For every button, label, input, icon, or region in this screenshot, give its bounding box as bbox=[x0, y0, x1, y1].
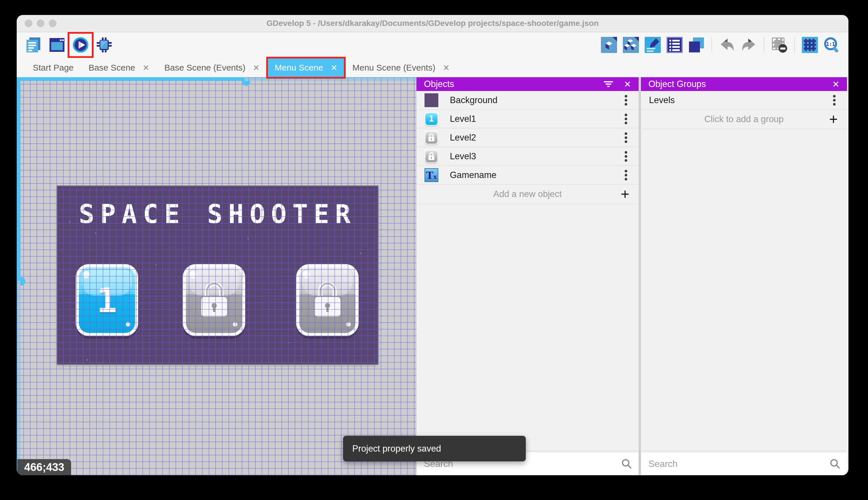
search-icon bbox=[621, 458, 632, 469]
group-menu-icon[interactable] bbox=[832, 94, 837, 106]
object-menu-icon[interactable] bbox=[624, 169, 628, 181]
button-highlight bbox=[346, 322, 351, 327]
selection-mask-icon bbox=[771, 37, 787, 53]
level3-button-sprite[interactable] bbox=[296, 264, 359, 336]
undo-button[interactable] bbox=[719, 37, 735, 53]
groups-search-input[interactable] bbox=[648, 458, 830, 469]
tab-close-icon[interactable]: ✕ bbox=[143, 63, 149, 72]
grid-icon bbox=[802, 37, 818, 53]
vertical-scrollbar[interactable] bbox=[17, 81, 21, 281]
background-thumbnail bbox=[424, 93, 438, 107]
objects-panel-button[interactable] bbox=[601, 37, 617, 53]
add-object-label: Add a new object bbox=[493, 189, 562, 199]
tab-label: Menu Scene (Events) bbox=[352, 63, 435, 72]
add-object-row[interactable]: Add a new object + bbox=[417, 185, 638, 204]
object-row-gamename[interactable]: Tx Gamename bbox=[417, 166, 638, 185]
tab-base-scene[interactable]: Base Scene ✕ bbox=[81, 58, 157, 78]
object-row-level1[interactable]: 1 Level1 bbox=[417, 110, 638, 128]
groups-panel-title: Object Groups bbox=[648, 79, 706, 89]
debug-icon bbox=[96, 37, 112, 53]
tab-close-icon[interactable]: ✕ bbox=[443, 63, 449, 72]
vertical-scrollbar-track[interactable] bbox=[17, 281, 21, 475]
text-object-thumbnail: Tx bbox=[424, 168, 438, 182]
object-menu-icon[interactable] bbox=[624, 131, 628, 144]
layers-icon bbox=[689, 37, 705, 53]
level2-button-sprite[interactable] bbox=[183, 264, 245, 336]
objects-icon bbox=[601, 37, 617, 53]
toolbar: 1:1 bbox=[17, 32, 848, 58]
game-scene-preview[interactable]: SPACE SHOOTER 1 bbox=[58, 186, 378, 364]
instances-list-icon bbox=[667, 37, 683, 53]
group-row-levels[interactable]: Levels bbox=[641, 91, 847, 110]
tab-close-icon[interactable]: ✕ bbox=[253, 63, 260, 72]
object-name: Gamename bbox=[450, 170, 496, 180]
horizontal-scrollbar[interactable] bbox=[17, 77, 245, 81]
toggle-grid-button[interactable] bbox=[802, 37, 818, 53]
tab-base-scene-events[interactable]: Base Scene (Events) ✕ bbox=[157, 58, 267, 78]
filter-icon[interactable] bbox=[603, 79, 614, 89]
object-name: Background bbox=[450, 95, 497, 105]
debug-button[interactable] bbox=[96, 37, 112, 53]
scene-canvas[interactable]: SPACE SHOOTER 1 bbox=[17, 77, 417, 475]
close-panel-icon[interactable]: ✕ bbox=[832, 79, 840, 89]
add-group-row[interactable]: Click to add a group + bbox=[641, 110, 847, 129]
tab-start-page[interactable]: Start Page bbox=[25, 58, 81, 78]
maximize-window-icon[interactable] bbox=[49, 20, 56, 27]
scene-editor-button[interactable] bbox=[49, 37, 65, 53]
objects-panel: Objects ✕ Background bbox=[417, 77, 638, 475]
toolbar-right-group: 1:1 bbox=[601, 37, 840, 53]
horizontal-scrollbar-thumb[interactable] bbox=[242, 81, 250, 86]
minimize-window-icon[interactable] bbox=[37, 20, 44, 27]
tab-label: Base Scene (Events) bbox=[164, 63, 246, 72]
traffic-lights bbox=[25, 20, 56, 27]
instances-list-button[interactable] bbox=[667, 37, 683, 53]
close-window-icon[interactable] bbox=[25, 20, 32, 27]
object-menu-icon[interactable] bbox=[624, 150, 628, 163]
scene-properties-button[interactable] bbox=[645, 37, 661, 53]
object-row-background[interactable]: Background bbox=[417, 91, 638, 110]
toggle-mask-button[interactable] bbox=[771, 37, 787, 53]
level1-button-sprite[interactable]: 1 bbox=[76, 264, 138, 336]
title-bar: GDevelop 5 - /Users/dkarakay/Documents/G… bbox=[17, 15, 848, 32]
button-highlight bbox=[126, 322, 130, 327]
add-object-plus-icon[interactable]: + bbox=[621, 186, 630, 203]
object-name: Level1 bbox=[450, 114, 476, 124]
groups-panel-empty-area bbox=[641, 129, 847, 452]
toolbar-separator bbox=[794, 37, 795, 53]
redo-button[interactable] bbox=[741, 37, 757, 53]
object-name: Level3 bbox=[450, 151, 476, 162]
play-button[interactable] bbox=[72, 37, 89, 53]
lock-icon bbox=[312, 281, 343, 319]
save-toast: Project properly saved bbox=[343, 436, 526, 462]
add-group-plus-icon[interactable]: + bbox=[829, 111, 838, 128]
zoom-original-button[interactable]: 1:1 bbox=[824, 37, 840, 53]
object-row-level3[interactable]: Level3 bbox=[417, 147, 638, 166]
lock-icon bbox=[198, 281, 230, 319]
toast-message: Project properly saved bbox=[352, 444, 441, 454]
close-panel-icon[interactable]: ✕ bbox=[624, 79, 631, 89]
layers-panel-button[interactable] bbox=[689, 37, 705, 53]
redo-icon bbox=[741, 37, 757, 53]
object-menu-icon[interactable] bbox=[624, 94, 628, 106]
project-manager-button[interactable] bbox=[25, 37, 42, 53]
button-highlight bbox=[233, 322, 237, 327]
vertical-scrollbar-thumb[interactable] bbox=[21, 277, 25, 286]
object-groups-panel-button[interactable] bbox=[623, 37, 639, 53]
tab-close-icon[interactable]: ✕ bbox=[331, 63, 337, 72]
horizontal-scrollbar-track[interactable] bbox=[245, 77, 417, 81]
groups-panel-header: Object Groups ✕ bbox=[641, 77, 847, 91]
object-row-level2[interactable]: Level2 bbox=[417, 128, 638, 147]
gdevelop-window: GDevelop 5 - /Users/dkarakay/Documents/G… bbox=[17, 15, 848, 475]
toolbar-left-group bbox=[25, 37, 112, 53]
panel-divider[interactable] bbox=[638, 77, 641, 475]
object-menu-icon[interactable] bbox=[624, 113, 628, 125]
edit-properties-icon bbox=[645, 37, 661, 53]
group-name: Levels bbox=[649, 95, 675, 105]
tab-menu-scene-events[interactable]: Menu Scene (Events) ✕ bbox=[345, 58, 457, 78]
toolbar-separator bbox=[764, 37, 764, 53]
tab-menu-scene[interactable]: Menu Scene ✕ bbox=[267, 58, 345, 78]
tab-label: Menu Scene bbox=[274, 63, 323, 72]
tab-label: Base Scene bbox=[89, 63, 135, 72]
button-highlight bbox=[82, 271, 90, 278]
toolbar-separator bbox=[712, 37, 712, 53]
